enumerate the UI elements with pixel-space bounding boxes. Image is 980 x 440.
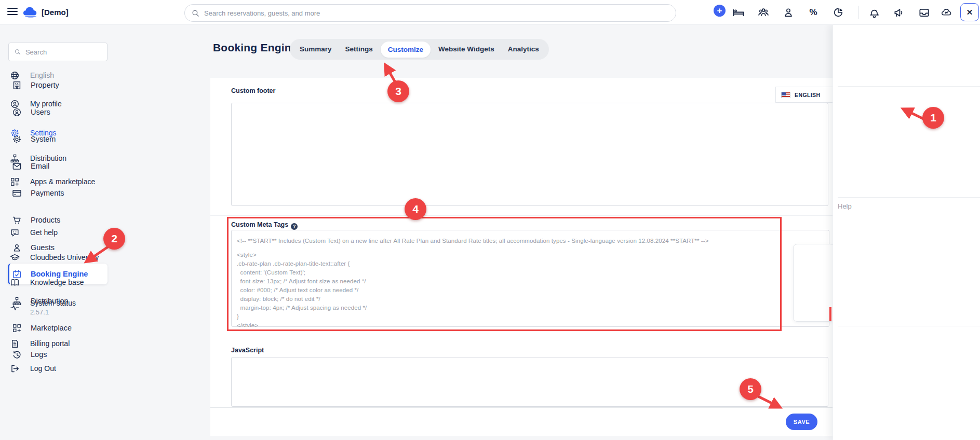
menu-item-label: Knowledge base xyxy=(30,278,84,286)
custom-footer-textarea[interactable] xyxy=(231,103,828,206)
hidden-highlight-edge xyxy=(829,307,831,321)
pie-chart-icon[interactable] xyxy=(832,6,844,19)
menu-item-cloudbeds-university[interactable]: Cloudbeds University xyxy=(0,247,147,268)
menu-item-apps-marketplace[interactable]: Apps & marketplace xyxy=(0,171,147,192)
menu-divider xyxy=(838,197,980,198)
open-book-icon xyxy=(10,278,20,287)
logout-icon xyxy=(10,364,20,374)
tab-website-widgets[interactable]: Website Widgets xyxy=(432,39,501,60)
code-line: <style> xyxy=(237,251,824,259)
code-line: margin-top: 4px; /* Adjust spacing as ne… xyxy=(237,304,824,312)
user-menu-panel xyxy=(833,25,980,440)
bed-icon[interactable] xyxy=(732,6,745,19)
graduation-cap-icon xyxy=(10,253,20,263)
menu-item-log-out[interactable]: Log Out xyxy=(0,358,147,379)
menu-item-get-help[interactable]: Get help xyxy=(0,222,147,243)
language-selector-label: ENGLISH xyxy=(795,92,820,98)
globe-icon xyxy=(10,71,20,80)
grid-plus-icon xyxy=(10,177,20,187)
us-flag-icon xyxy=(781,92,790,98)
code-line: color: #000; /* Adjust text color as nee… xyxy=(237,286,824,295)
menu-item-label: Billing portal xyxy=(30,339,70,348)
menu-item-distribution[interactable]: Distribution xyxy=(0,148,147,169)
menu-item-billing-portal[interactable]: Billing portal xyxy=(0,333,147,354)
gear-icon xyxy=(10,128,20,138)
close-icon[interactable]: ✕ xyxy=(960,3,979,21)
custom-meta-tags-code[interactable]: <!-- **START** Includes (Custom Text) on… xyxy=(231,230,829,327)
code-line: </style> xyxy=(237,321,824,327)
help-section-label: Help xyxy=(838,202,852,210)
step-1-badge: 1 xyxy=(922,107,944,129)
custom-meta-tags-label: Custom Meta Tags? xyxy=(231,221,298,230)
global-search[interactable] xyxy=(184,4,676,22)
menu-item-label: English xyxy=(30,71,54,79)
system-version: 2.57.1 xyxy=(30,308,76,316)
user-circle-icon xyxy=(10,99,20,109)
custom-footer-label: Custom footer xyxy=(231,87,275,94)
language-selector[interactable]: ENGLISH xyxy=(775,87,834,103)
sidebar-search[interactable] xyxy=(8,43,108,61)
sidebar-item-label: Marketplace xyxy=(31,324,72,332)
tab-summary[interactable]: Summary xyxy=(293,39,339,60)
grid-plus-icon xyxy=(12,323,22,333)
menu-item-label: Distribution xyxy=(30,154,66,162)
bell-icon[interactable] xyxy=(868,6,880,19)
question-circle-icon[interactable]: ? xyxy=(291,223,298,230)
tab-analytics[interactable]: Analytics xyxy=(501,39,546,60)
code-line: } xyxy=(237,312,824,321)
inbox-icon[interactable] xyxy=(918,6,930,19)
custom-meta-tags-label-text: Custom Meta Tags xyxy=(231,221,288,228)
menu-item-label: Settings xyxy=(30,129,57,137)
javascript-textarea[interactable] xyxy=(231,357,828,407)
footer-action-bar xyxy=(210,407,833,436)
step-2-badge: 2 xyxy=(103,228,125,250)
group-icon[interactable] xyxy=(757,6,770,19)
cloudbeds-logo[interactable] xyxy=(23,5,38,19)
menu-divider xyxy=(838,326,980,326)
property-name: [Demo] xyxy=(42,0,69,25)
menu-divider xyxy=(838,86,980,87)
step-3-badge: 3 xyxy=(387,80,409,102)
partially-hidden-dropdown[interactable] xyxy=(793,244,835,322)
person-icon[interactable] xyxy=(782,6,795,19)
menu-item-label: My profile xyxy=(30,100,62,108)
percent-icon[interactable]: % xyxy=(807,6,820,19)
tab-settings[interactable]: Settings xyxy=(339,39,380,60)
menu-item-label: System status xyxy=(30,299,76,307)
search-icon xyxy=(14,48,21,56)
sitemap-icon xyxy=(10,154,20,163)
code-line: <!-- **START** Includes (Custom Text) on… xyxy=(237,237,824,245)
topbar-divider xyxy=(858,6,859,19)
menu-item-label: Get help xyxy=(30,228,58,237)
sidebar-search-input[interactable] xyxy=(25,48,102,56)
menu-item-my-profile[interactable]: My profile xyxy=(0,93,147,114)
code-line: .cb-rate-plan .cb-rate-plan-title-text::… xyxy=(237,259,824,268)
menu-item-label: Log Out xyxy=(30,364,56,373)
hamburger-menu-icon[interactable] xyxy=(7,8,18,16)
menu-item-language[interactable]: English xyxy=(0,65,147,86)
tab-customize[interactable]: Customize xyxy=(381,42,431,58)
cloudbeds-w-icon[interactable] xyxy=(941,6,953,19)
code-line: content: '(Custom Text)'; xyxy=(237,268,824,277)
pulse-icon xyxy=(10,302,20,312)
save-button[interactable]: SAVE xyxy=(786,414,817,430)
code-line: font-size: 13px; /* Adjust font size as … xyxy=(237,277,824,286)
menu-item-label: Cloudbeds University xyxy=(30,253,99,262)
megaphone-icon[interactable] xyxy=(893,6,905,19)
search-icon xyxy=(191,9,200,18)
page-title: Booking Engine xyxy=(213,42,298,54)
section-divider xyxy=(210,215,833,216)
tab-bar: Summary Settings Customize Website Widge… xyxy=(290,39,549,60)
top-bar: [Demo] + % ✕ xyxy=(0,0,980,25)
menu-item-settings[interactable]: Settings xyxy=(0,122,147,143)
menu-item-label: Apps & marketplace xyxy=(30,177,95,186)
javascript-label: JavaScript xyxy=(231,347,264,354)
menu-item-system-status[interactable]: System status2.57.1 xyxy=(0,295,147,320)
step-5-badge: 5 xyxy=(740,378,761,400)
add-circle-icon[interactable]: + xyxy=(714,5,726,17)
code-line: display: block; /* do not edit */ xyxy=(237,295,824,304)
menu-item-knowledge-base[interactable]: Knowledge base xyxy=(0,272,147,293)
chat-help-icon xyxy=(10,228,20,238)
global-search-input[interactable] xyxy=(204,9,669,17)
billing-doc-icon xyxy=(10,339,20,349)
